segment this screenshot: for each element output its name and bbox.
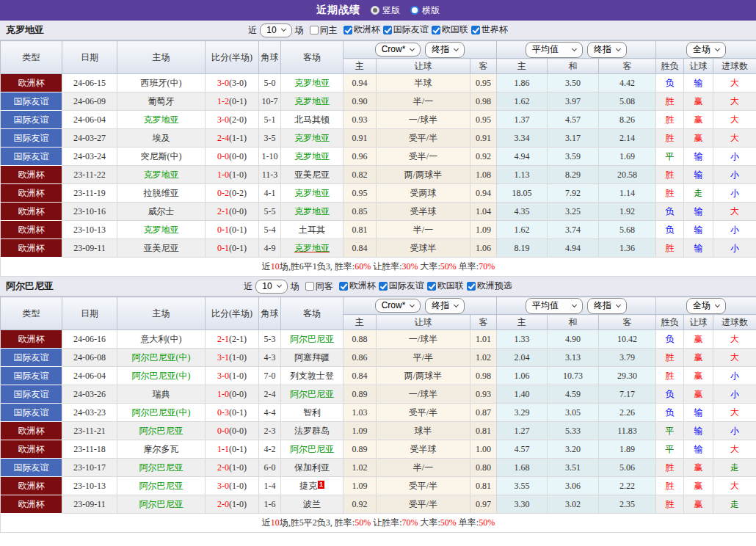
corner-score: 4-2 <box>259 440 281 459</box>
league-filter-checkbox[interactable]: 欧洲预选 <box>467 280 512 292</box>
avg-away-odds: 10.42 <box>599 330 656 349</box>
result-group: 全场 <box>656 41 756 59</box>
away-team[interactable]: 克罗地亚 <box>281 74 344 92</box>
home-team[interactable]: 威尔士 <box>117 203 206 221</box>
away-team[interactable]: 列支敦士登 <box>281 367 344 385</box>
match-date: 23-10-17 <box>62 459 117 477</box>
away-team[interactable]: 克罗地亚 <box>281 148 344 166</box>
same-venue-checkbox[interactable]: 同客 <box>305 280 333 293</box>
home-team[interactable]: 葡萄牙 <box>117 92 206 111</box>
home-team[interactable]: 西班牙(中) <box>117 74 206 92</box>
avg-home-odds: 1.06 <box>497 367 548 385</box>
match-rows: 欧洲杯 24-06-15 西班牙(中) 3-0(3-0) 5-0 克罗地亚 0.… <box>1 74 756 258</box>
league-filter-checkbox[interactable]: 国际友谊 <box>379 280 424 292</box>
table-row: 欧洲杯 23-11-22 克罗地亚 1-0(1-0) 11-3 亚美尼亚 0.8… <box>1 166 756 184</box>
scope-select[interactable]: 全场 <box>686 298 726 314</box>
scope-select[interactable]: 全场 <box>686 42 726 58</box>
home-team[interactable]: 阿尔巴尼亚 <box>117 477 206 495</box>
goals-result-flag: 大 <box>713 440 756 459</box>
summary-segment: 70% <box>479 261 495 272</box>
away-team[interactable]: 北马其顿 <box>281 111 344 129</box>
corner-score: 4-3 <box>259 349 281 367</box>
home-team[interactable]: 拉脱维亚 <box>117 184 206 203</box>
avg-draw-odds: 4.90 <box>548 330 599 349</box>
home-team[interactable]: 亚美尼亚 <box>117 239 206 258</box>
checkbox-label: 世界杯 <box>481 23 508 36</box>
corner-score: 6-0 <box>259 459 281 477</box>
home-team[interactable]: 瑞典 <box>117 385 206 404</box>
avg-home-odds: 1.62 <box>497 221 548 239</box>
away-team[interactable]: 阿尔巴尼亚 <box>281 440 344 459</box>
home-team[interactable]: 阿尔巴尼亚(中) <box>117 349 206 367</box>
home-team[interactable]: 阿尔巴尼亚 <box>117 422 206 440</box>
match-count-select[interactable]: 10 <box>255 280 287 294</box>
league-badge: 欧洲杯 <box>1 166 62 184</box>
checkbox-icon <box>379 282 388 291</box>
avg-away-odds: 1.69 <box>599 148 656 166</box>
home-team[interactable]: 阿尔巴尼亚 <box>117 459 206 477</box>
away-team[interactable]: 法罗群岛 <box>281 422 344 440</box>
odds-company-select[interactable]: Crow* <box>375 43 421 57</box>
odds-time-select[interactable]: 终指 <box>425 42 465 58</box>
match-rows: 欧洲杯 24-06-16 意大利(中) 2-1(2-1) 5-3 阿尔巴尼亚 0… <box>1 330 756 514</box>
league-filter-checkbox[interactable]: 欧国联 <box>427 280 464 292</box>
match-date: 24-03-26 <box>62 385 117 404</box>
home-team[interactable]: 阿尔巴尼亚(中) <box>117 404 206 422</box>
away-team[interactable]: 阿尔巴尼亚 <box>281 330 344 349</box>
home-team[interactable]: 阿尔巴尼亚(中) <box>117 367 206 385</box>
away-team[interactable]: 阿塞拜疆 <box>281 349 344 367</box>
handicap-home-odds: 0.92 <box>344 495 377 514</box>
home-team[interactable]: 阿尔巴尼亚 <box>117 495 206 514</box>
away-team[interactable]: 克罗地亚 <box>281 129 344 148</box>
away-team[interactable]: 智利 <box>281 404 344 422</box>
home-team[interactable]: 克罗地亚 <box>117 111 206 129</box>
avg-home-odds: 2.04 <box>497 349 548 367</box>
layout-radio-horizontal[interactable]: 横版 <box>410 4 440 17</box>
home-team[interactable]: 摩尔多瓦 <box>117 440 206 459</box>
away-team[interactable]: 波兰 <box>281 495 344 514</box>
match-count-select[interactable]: 10 <box>260 23 291 37</box>
home-team[interactable]: 克罗地亚 <box>117 166 206 184</box>
league-filter-checkbox[interactable]: 欧国联 <box>432 23 468 36</box>
away-team[interactable]: 阿尔巴尼亚 <box>281 385 344 404</box>
goals-result-flag: 大 <box>713 92 756 111</box>
handicap-line: 半/一 <box>377 221 470 239</box>
away-team[interactable]: 克罗地亚 <box>281 184 344 203</box>
away-team[interactable]: 亚美尼亚 <box>281 166 344 184</box>
league-filter-checkbox[interactable]: 欧洲杯 <box>339 280 376 292</box>
avg-time-select[interactable]: 终指 <box>587 298 627 314</box>
away-team[interactable]: 保加利亚 <box>281 459 344 477</box>
table-row: 欧洲杯 23-10-13 阿尔巴尼亚 3-0(1-0) 1-4 捷克1 1.09… <box>1 477 756 495</box>
subcol-handicap: 让球 <box>377 315 470 330</box>
handicap-home-odds: 0.91 <box>344 129 377 148</box>
avg-draw-odds: 3.06 <box>548 477 599 495</box>
away-team[interactable]: 克罗地亚 <box>281 239 344 258</box>
result-flag: 胜 <box>656 166 684 184</box>
home-team[interactable]: 突尼斯(中) <box>117 148 206 166</box>
score-cell: 0-2(0-2) <box>206 184 259 203</box>
league-filter-checkbox[interactable]: 欧洲杯 <box>344 23 380 36</box>
handicap-line: 受球半 <box>377 239 470 258</box>
league-filter-checkbox[interactable]: 国际友谊 <box>383 23 429 36</box>
home-team[interactable]: 克罗地亚 <box>117 221 206 239</box>
avg-source-select[interactable]: 平均值 <box>526 298 583 314</box>
away-team[interactable]: 捷克1 <box>281 477 344 495</box>
layout-radio-vertical[interactable]: 竖版 <box>371 4 400 17</box>
goals-result-flag: 大 <box>713 111 756 129</box>
result-flag: 胜 <box>656 459 684 477</box>
odds-company-select[interactable]: Crow* <box>375 299 421 313</box>
home-team[interactable]: 埃及 <box>117 129 206 148</box>
away-team[interactable]: 克罗地亚 <box>281 203 344 221</box>
same-venue-checkbox[interactable]: 同主 <box>310 24 338 37</box>
avg-time-select[interactable]: 终指 <box>587 42 627 58</box>
score-cell: 3-1(1-0) <box>206 349 259 367</box>
score-cell: 0-0(0-0) <box>206 422 259 440</box>
odds-time-select[interactable]: 终指 <box>425 298 465 314</box>
col-corner: 角球 <box>259 41 281 74</box>
chevron-down-icon <box>281 26 286 32</box>
avg-source-select[interactable]: 平均值 <box>526 42 583 58</box>
league-filter-checkbox[interactable]: 世界杯 <box>471 23 508 36</box>
home-team[interactable]: 意大利(中) <box>117 330 206 349</box>
away-team[interactable]: 土耳其 <box>281 221 344 239</box>
away-team[interactable]: 克罗地亚 <box>281 92 344 111</box>
